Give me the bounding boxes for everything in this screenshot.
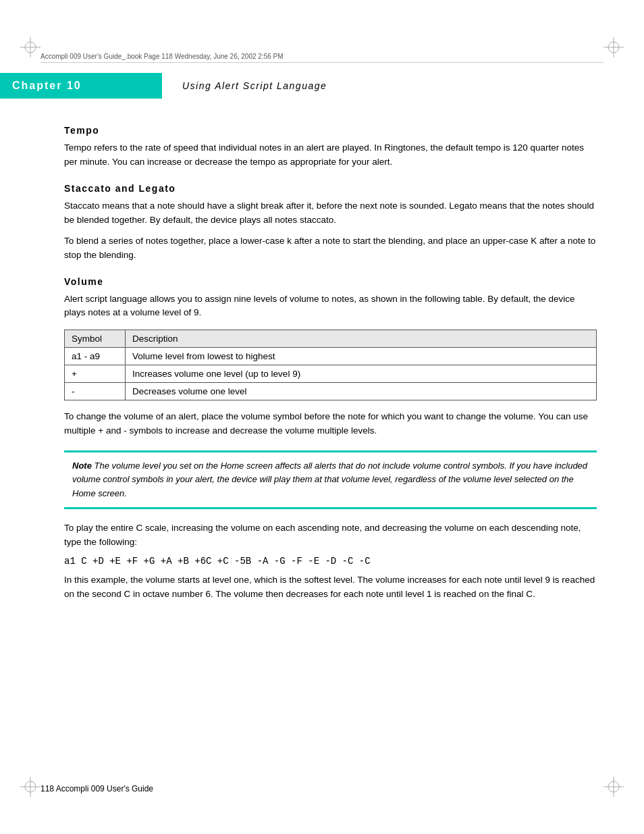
- corner-mark-tr: [603, 37, 624, 57]
- table-header-description: Description: [126, 330, 597, 348]
- table-header-row: Symbol Description: [65, 330, 597, 348]
- table-cell-description: Decreases volume one level: [126, 383, 597, 400]
- volume-paragraph-before: Alert script language allows you to assi…: [64, 292, 597, 321]
- table-row: +Increases volume one level (up to level…: [65, 365, 597, 383]
- chapter-header: Chapter 10 Using Alert Script Language: [0, 73, 644, 99]
- footer: 118 Accompli 009 User's Guide: [41, 784, 153, 793]
- tempo-paragraph: Tempo refers to the rate of speed that i…: [64, 141, 597, 170]
- volume-paragraph-after: To change the volume of an alert, place …: [64, 410, 597, 438]
- table-cell-description: Increases volume one level (up to level …: [126, 365, 597, 383]
- section-heading-volume: Volume: [64, 276, 597, 287]
- main-content: Tempo Tempo refers to the rate of speed …: [64, 125, 597, 608]
- note-text: The volume level you set on the Home scr…: [72, 461, 587, 498]
- note-label: Note: [72, 461, 92, 471]
- table-cell-symbol: a1 - a9: [65, 348, 126, 365]
- section-heading-tempo: Tempo: [64, 125, 597, 136]
- meta-bar-text: Accompli 009 User's Guide_.book Page 118…: [41, 53, 284, 60]
- corner-mark-br: [603, 777, 624, 797]
- table-cell-symbol: -: [65, 383, 126, 400]
- table-row: a1 - a9Volume level from lowest to highe…: [65, 348, 597, 365]
- chapter-tab: Chapter 10: [0, 73, 162, 99]
- example-intro: To play the entire C scale, increasing t…: [64, 521, 597, 550]
- volume-table: Symbol Description a1 - a9Volume level f…: [64, 330, 597, 400]
- section-heading-staccato: Staccato and Legato: [64, 183, 597, 194]
- chapter-title: Using Alert Script Language: [162, 80, 327, 91]
- table-header-symbol: Symbol: [65, 330, 126, 348]
- staccato-paragraph-1: Staccato means that a note should have a…: [64, 199, 597, 228]
- example-explanation: In this example, the volume starts at le…: [64, 573, 597, 602]
- chapter-label: Chapter 10: [12, 80, 82, 92]
- corner-mark-bl: [20, 777, 41, 797]
- meta-bar: Accompli 009 User's Guide_.book Page 118…: [41, 53, 603, 63]
- staccato-paragraph-2: To blend a series of notes together, pla…: [64, 234, 597, 263]
- table-cell-description: Volume level from lowest to highest: [126, 348, 597, 365]
- footer-text: 118 Accompli 009 User's Guide: [41, 784, 153, 793]
- note-box: Note The volume level you set on the Hom…: [64, 450, 597, 509]
- example-code: a1 C +D +E +F +G +A +B +6C +C -5B -A -G …: [64, 556, 597, 567]
- table-row: -Decreases volume one level: [65, 383, 597, 400]
- corner-mark-tl: [20, 37, 41, 57]
- table-cell-symbol: +: [65, 365, 126, 383]
